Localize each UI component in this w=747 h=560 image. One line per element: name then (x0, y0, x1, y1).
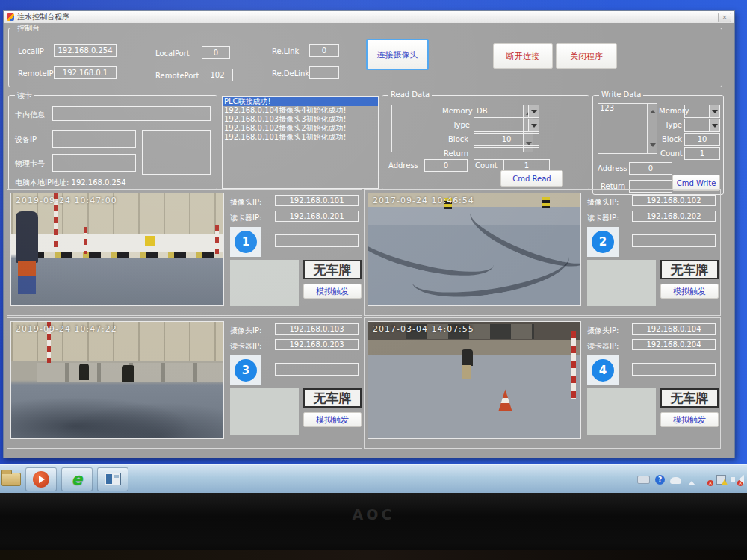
log-line[interactable]: 192.168.0.104摄像头4初始化成功! (223, 106, 378, 115)
camera-2-plate-status: 无车牌 (660, 260, 719, 279)
app-window-icon (105, 473, 121, 485)
card-info-label: 卡内信息 (15, 110, 45, 120)
volume-icon[interactable]: × (731, 475, 741, 485)
read-return-field[interactable] (474, 147, 539, 160)
monitor-brand-logo: AOC (0, 506, 747, 523)
chevron-down-icon[interactable] (528, 105, 539, 117)
read-memory-select[interactable]: DB (474, 105, 539, 118)
write-data-input[interactable]: 123 (598, 103, 657, 154)
reader-1-ip-field[interactable]: 192.168.0.201 (275, 211, 359, 222)
physical-card-field[interactable] (52, 154, 136, 172)
log-line[interactable]: 192.168.0.102摄像头2初始化成功! (223, 124, 378, 133)
log-listbox[interactable]: PLC联接成功! 192.168.0.104摄像头4初始化成功! 192.168… (222, 96, 379, 189)
reader-3-ip-field[interactable]: 192.168.0.203 (275, 339, 359, 350)
camera-1-trigger-button[interactable]: 模拟触发 (303, 284, 362, 299)
re-delink-label: Re.DeLink (272, 69, 309, 78)
close-program-button[interactable]: 关闭程序 (556, 43, 617, 69)
reader-4-ip-field[interactable]: 192.168.0.204 (632, 339, 716, 350)
read-type-label: Type (453, 121, 470, 129)
scrollbar[interactable] (647, 104, 657, 153)
titlebar[interactable]: 注水控制台程序 × (4, 11, 734, 23)
card-info-field[interactable] (52, 106, 211, 121)
close-icon[interactable]: × (718, 13, 731, 22)
local-port-field[interactable]: 0 (202, 46, 230, 59)
read-type-select[interactable] (474, 119, 539, 132)
camera-panel-3: 2019-09-24 10:47:22 摄像头IP: 192.168.0.103… (7, 317, 362, 449)
camera-ip-label: 摄像头IP: (587, 326, 619, 336)
action-center-icon[interactable]: × (701, 475, 711, 485)
camera-panel-1: 2019-09-24 10:47:00 摄像头IP: 192.168.0.101… (7, 189, 362, 316)
camera-1-plate-status: 无车牌 (303, 260, 362, 279)
reader-2-ip-field[interactable]: 192.168.0.202 (632, 211, 716, 222)
network-icon[interactable] (716, 475, 726, 485)
log-line[interactable]: 192.168.0.101摄像头1初始化成功! (223, 133, 378, 142)
read-address-label: Address (388, 161, 418, 169)
camera-number: 4 (592, 359, 614, 382)
camera-number: 1 (235, 231, 257, 253)
write-memory-select[interactable] (684, 105, 720, 118)
remote-ip-field[interactable]: 192.168.0.1 (54, 66, 117, 79)
connect-camera-button[interactable]: 连接摄像头 (366, 39, 429, 70)
reader-ip-label: 读卡器IP: (230, 341, 261, 352)
camera-1-scene (11, 193, 223, 305)
show-hidden-icon[interactable] (686, 475, 696, 485)
camera-4-plate-field[interactable] (632, 363, 716, 376)
camera-2-trigger-button[interactable]: 模拟触发 (660, 284, 719, 299)
media-player-taskbar-button[interactable] (25, 467, 57, 491)
read-address-field[interactable]: 0 (424, 159, 468, 172)
console-group: 控制台 LocalIP 192.168.0.254 LocalPort 0 Re… (8, 28, 722, 87)
re-link-field[interactable]: 0 (309, 44, 339, 57)
write-count-field[interactable]: 1 (684, 147, 720, 160)
remote-port-field[interactable]: 102 (202, 69, 233, 81)
taskbar: e ? × × (0, 464, 747, 493)
camera-4-plate-status: 无车牌 (660, 388, 719, 408)
camera-3-badge: 3 (230, 355, 261, 385)
camera-2-ip-field[interactable]: 192.168.0.102 (632, 195, 716, 206)
client-area: 控制台 LocalIP 192.168.0.254 LocalPort 0 Re… (4, 23, 734, 458)
camera-ip-label: 摄像头IP: (587, 197, 619, 208)
browser-icon: e (72, 472, 83, 487)
log-line[interactable]: 192.168.0.103摄像头3初始化成功! (223, 115, 378, 124)
camera-number: 2 (592, 231, 614, 253)
chevron-down-icon[interactable] (528, 119, 539, 131)
help-icon[interactable]: ? (655, 475, 665, 485)
chevron-down-icon[interactable] (709, 119, 719, 131)
write-block-field[interactable]: 10 (684, 133, 720, 146)
camera-2-plate-field[interactable] (632, 234, 716, 247)
camera-1-ip-field[interactable]: 192.168.0.101 (275, 195, 359, 206)
read-data-group-label: Read Data (388, 90, 432, 99)
camera-1-snapshot (230, 260, 299, 306)
camera-ip-label: 摄像头IP: (230, 326, 261, 336)
log-line[interactable]: PLC联接成功! (223, 97, 378, 106)
write-data-group-label: Write Data (599, 90, 643, 99)
monitor-bezel: AOC (0, 493, 747, 560)
re-delink-field[interactable] (309, 66, 339, 79)
camera-4-trigger-button[interactable]: 模拟触发 (660, 412, 719, 427)
camera-3-snapshot (230, 388, 299, 435)
camera-4-ip-field[interactable]: 192.168.0.104 (632, 323, 716, 335)
camera-3-plate-field[interactable] (275, 363, 359, 376)
write-address-field[interactable]: 0 (629, 162, 672, 175)
camera-3-trigger-button[interactable]: 模拟触发 (303, 412, 362, 427)
card-reader-group: 读卡 卡内信息 设备IP 物理卡号 电脑本地IP地址: 192.168.0.25… (8, 95, 217, 190)
cmd-read-button[interactable]: Cmd Read (500, 170, 563, 187)
folder-icon[interactable] (1, 473, 21, 486)
app-taskbar-button[interactable] (97, 467, 128, 491)
device-ip-field[interactable] (52, 130, 136, 148)
local-ip-field[interactable]: 192.168.0.254 (54, 44, 117, 57)
chevron-down-icon[interactable] (709, 105, 719, 117)
camera-3-scene (11, 322, 223, 438)
app-icon (7, 13, 14, 21)
write-type-select[interactable] (684, 119, 720, 132)
camera-2-scene (368, 193, 580, 305)
camera-1-badge: 1 (230, 227, 261, 257)
disconnect-button[interactable]: 断开连接 (493, 43, 553, 69)
camera-1-plate-field[interactable] (275, 234, 359, 247)
camera-3-video: 2019-09-24 10:47:22 (10, 321, 224, 439)
language-icon[interactable] (637, 476, 650, 484)
browser-taskbar-button[interactable]: e (61, 467, 93, 491)
cloud-icon[interactable] (670, 477, 681, 484)
camera-3-ip-field[interactable]: 192.168.0.103 (275, 323, 359, 335)
read-block-field[interactable]: 10 (474, 133, 539, 146)
remote-port-label: RemotePort (155, 72, 199, 80)
